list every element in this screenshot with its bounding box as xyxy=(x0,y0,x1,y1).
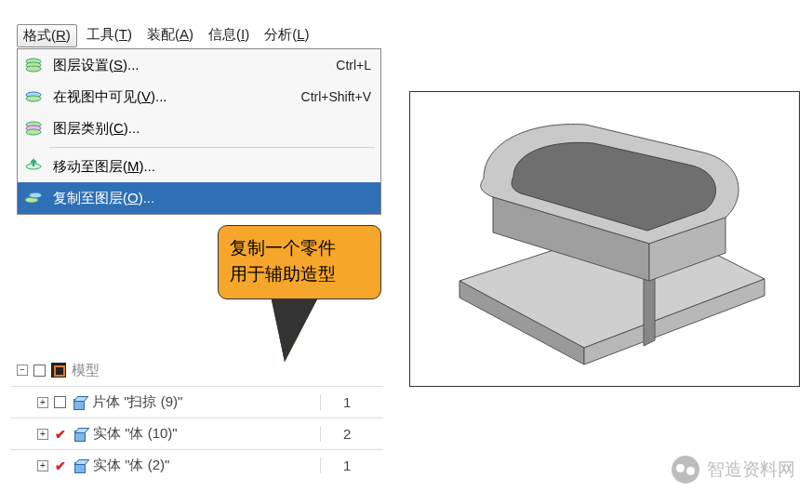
menu-item-label: 在视图中可见(V)... xyxy=(49,88,301,106)
tree-row[interactable]: + ✔ 实体 "体 (10)" 2 xyxy=(11,418,383,449)
watermark-text: 智造资料网 xyxy=(707,458,795,482)
menu-assembly[interactable]: 装配(A) xyxy=(141,24,199,47)
solid-body-icon xyxy=(73,458,87,473)
tree-item-count: 1 xyxy=(320,394,383,410)
part-render-icon xyxy=(428,104,781,374)
tree-row[interactable]: + ✔ 实体 "体 (2)" 1 xyxy=(11,449,383,481)
solid-body-icon xyxy=(73,427,87,442)
svg-point-4 xyxy=(26,96,41,101)
menu-tools[interactable]: 工具(T) xyxy=(81,24,138,47)
menu-analysis[interactable]: 分析(L) xyxy=(259,24,314,47)
menu-item-label: 图层设置(S)... xyxy=(49,57,336,74)
checked-icon[interactable]: ✔ xyxy=(54,428,67,441)
menu-info[interactable]: 信息(I) xyxy=(203,24,255,47)
expand-icon[interactable]: + xyxy=(37,460,48,471)
menu-item-shortcut: Ctrl+L xyxy=(336,58,371,73)
expand-icon[interactable]: + xyxy=(37,397,48,408)
move-to-layer-icon xyxy=(18,153,49,179)
sheet-body-icon xyxy=(72,395,87,410)
expand-icon[interactable]: + xyxy=(37,429,48,440)
checkbox[interactable] xyxy=(54,396,66,408)
format-dropdown: 图层设置(S)... Ctrl+L 在视图中可见(V)... Ctrl+Shif… xyxy=(17,48,381,215)
model-tree: − 模型 + 片体 "扫掠 (9)" 1 + ✔ 实体 "体 (10)" 2 +… xyxy=(11,354,383,481)
layers-settings-icon xyxy=(18,52,49,78)
model-icon xyxy=(51,363,66,378)
checkbox[interactable] xyxy=(33,365,46,377)
tree-item-label: 实体 "体 (2)" xyxy=(93,457,169,474)
layers-category-icon xyxy=(18,115,49,141)
3d-viewport[interactable] xyxy=(409,91,800,387)
tree-item-count: 1 xyxy=(320,458,383,473)
menu-item-move-to-layer[interactable]: 移动至图层(M)... xyxy=(18,151,380,182)
menu-item-label: 移动至图层(M)... xyxy=(49,158,371,176)
callout-line1: 复制一个零件 xyxy=(230,235,369,261)
menu-format[interactable]: 格式(R) xyxy=(17,24,77,47)
annotation-callout: 复制一个零件 用于辅助造型 xyxy=(218,225,381,299)
tree-item-label: 片体 "扫掠 (9)" xyxy=(92,393,182,411)
checked-icon[interactable]: ✔ xyxy=(54,459,67,472)
menubar: 格式(R) 工具(T) 装配(A) 信息(I) 分析(L) xyxy=(17,24,315,47)
callout-pointer xyxy=(272,297,318,362)
menu-item-copy-to-layer[interactable]: 复制至图层(O)... xyxy=(18,182,380,214)
copy-to-layer-icon xyxy=(18,185,49,211)
watermark: 智造资料网 xyxy=(672,456,795,484)
menu-item-layer-category[interactable]: 图层类别(C)... xyxy=(18,113,380,144)
tree-item-label: 实体 "体 (10)" xyxy=(93,425,178,443)
callout-line2: 用于辅助造型 xyxy=(230,261,369,287)
svg-point-2 xyxy=(26,66,41,72)
svg-point-7 xyxy=(26,129,41,135)
wechat-icon xyxy=(672,456,699,484)
tree-root[interactable]: − 模型 xyxy=(11,354,383,386)
menu-item-shortcut: Ctrl+Shift+V xyxy=(301,89,371,104)
tree-item-count: 2 xyxy=(320,426,383,442)
collapse-icon[interactable]: − xyxy=(17,365,28,376)
menu-separator xyxy=(49,147,375,148)
menu-item-layer-settings[interactable]: 图层设置(S)... Ctrl+L xyxy=(18,49,380,81)
menu-item-visible-in-view[interactable]: 在视图中可见(V)... Ctrl+Shift+V xyxy=(18,81,380,113)
menu-item-label: 图层类别(C)... xyxy=(49,120,371,138)
menu-item-label: 复制至图层(O)... xyxy=(49,190,371,207)
tree-row[interactable]: + 片体 "扫掠 (9)" 1 xyxy=(11,386,383,418)
tree-root-label: 模型 xyxy=(72,362,100,379)
layers-visible-icon xyxy=(18,84,49,110)
svg-point-10 xyxy=(29,192,42,198)
